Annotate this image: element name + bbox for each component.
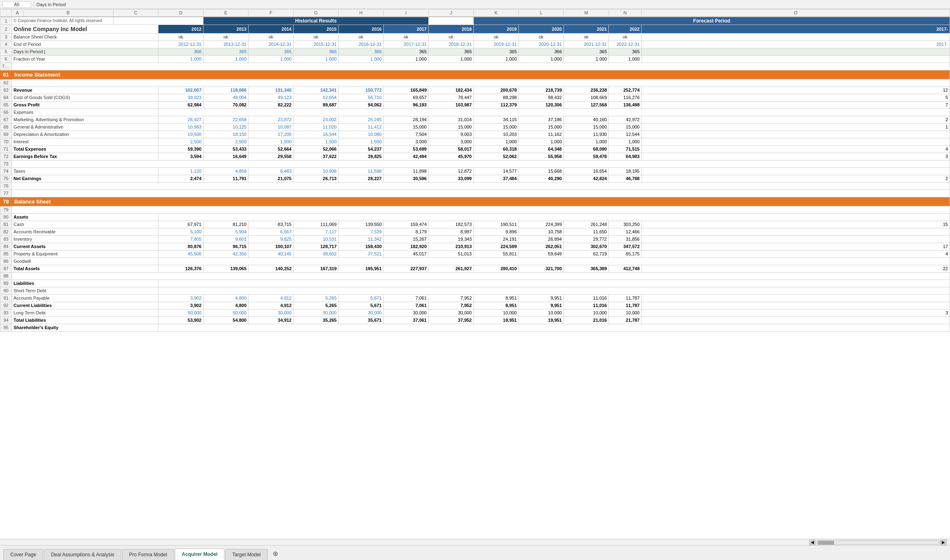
row-3: 3 Balance Sheet Check ok ok ok ok ok ok … — [0, 33, 950, 41]
ppe-label: Property & Equipment — [12, 250, 158, 257]
scroll-right-button[interactable]: ▶ — [940, 540, 947, 545]
income-statement-header: 61 Income Statement — [0, 70, 950, 79]
col-g-header: G — [294, 9, 339, 17]
da-label: Depreciation & Amortization — [12, 131, 158, 138]
row-68: 68 General & Administrative 10,963 10,12… — [0, 123, 950, 131]
assets-label: Assets — [12, 213, 158, 221]
horizontal-scrollbar[interactable] — [817, 540, 939, 545]
net-earnings-label: Net Earnings — [12, 175, 158, 182]
copyright-cell: © Corporate Finance Institute. All right… — [12, 17, 113, 25]
col-i-header: I — [384, 9, 429, 17]
ga-label: General & Administrative — [12, 123, 158, 131]
row-75: 75 Net Earnings 2,474 11,791 21,075 26,7… — [0, 175, 950, 182]
tab-target-model[interactable]: Target Model — [225, 549, 267, 560]
total-liab-label: Total Liabilities — [12, 316, 158, 324]
row-1: 1 © Corporate Finance Institute. All rig… — [0, 17, 950, 25]
col-o-header: O — [642, 9, 950, 17]
row-92: 92 Current Liabilities 3,902 4,800 4,912… — [0, 302, 950, 309]
col-k-header: K — [474, 9, 519, 17]
scroll-thumb[interactable] — [818, 541, 834, 545]
row-2-header: 2 — [0, 25, 12, 33]
row-88: 88 — [0, 272, 950, 280]
row-89: 89 Liabilities — [0, 280, 950, 287]
row-79: 79 — [0, 206, 950, 213]
row-82: 82 Accounts Receivable 5,100 5,904 6,567… — [0, 228, 950, 235]
add-sheet-button[interactable]: ⊕ — [269, 547, 282, 560]
row-69: 69 Depreciation & Amortization 19,500 18… — [0, 131, 950, 138]
tab-cover-page[interactable]: Cover Page — [3, 549, 43, 560]
balance-sheet-header: 78 Balance Sheet — [0, 197, 950, 206]
cash-label: Cash — [12, 221, 158, 228]
lt-debt-label: Long Term Debt — [12, 309, 158, 316]
year-2012: 2012 — [158, 25, 204, 33]
row-63: 63 Revenue 102,007 118,086 131,345 142,3… — [0, 86, 950, 94]
year-2013: 2013 — [204, 25, 249, 33]
row-93: 93 Long Term Debt 50,000 50,000 30,000 3… — [0, 309, 950, 316]
row-77: 77 — [0, 190, 950, 197]
revenue-label: Revenue — [12, 86, 158, 94]
row-74: 74 Taxes 1,120 4,858 8,483 10,908 11,598… — [0, 167, 950, 175]
col-j-header: J — [429, 9, 474, 17]
year-2014: 2014 — [249, 25, 294, 33]
taxes-label: Taxes — [12, 167, 158, 175]
total-expenses-label: Total Expenses — [12, 145, 158, 153]
income-statement-label: Income Statement — [12, 70, 950, 79]
row-2: 2 Online Company Inc Model 2012 2013 201… — [0, 25, 950, 33]
row-85: 85 Property & Equipment 45,500 42,350 40… — [0, 250, 950, 257]
shareholders-equity-label: Shareholder's Equity — [12, 324, 158, 331]
tab-bar: Cover Page Deal Assumptions & Analysis P… — [0, 545, 950, 560]
row-94: 94 Total Liabilities 53,902 54,800 34,91… — [0, 316, 950, 324]
year-2019: 2019 — [474, 25, 519, 33]
row-83: 83 Inventory 7,805 9,601 9,825 10,531 11… — [0, 235, 950, 243]
days-in-period-label: Days in Period [ — [12, 48, 158, 55]
forecast-period-header: Forecast Period — [474, 17, 950, 25]
end-of-period-label: End of Period — [12, 41, 158, 48]
row-1-header: 1 — [0, 17, 12, 25]
ebt-label: Earnings Before Tax — [12, 153, 158, 160]
col-l-header: L — [519, 9, 564, 17]
marketing-label: Marketing, Advertising & Promotion — [12, 116, 158, 123]
scroll-left-button[interactable]: ◀ — [809, 540, 816, 545]
col-b-header: B — [23, 9, 113, 17]
current-assets-label: Current Assets — [12, 243, 158, 250]
liabilities-label: Liabilities — [12, 280, 158, 287]
col-d-header: D — [158, 9, 204, 17]
st-debt-label: Short Term Debt — [12, 287, 158, 294]
interest-label: Interest — [12, 138, 158, 145]
scroll-bar-area[interactable]: ◀ ▶ — [0, 539, 950, 545]
inventory-label: Inventory — [12, 235, 158, 243]
year-2016: 2016 — [339, 25, 384, 33]
col-n-header: N — [609, 9, 642, 17]
row-84: 84 Current Assets 80,876 96,715 100,107 … — [0, 243, 950, 250]
row-67: 67 Marketing, Advertising & Promotion 26… — [0, 116, 950, 123]
row-70: 70 Interest 2,500 2,500 1,500 1,500 1,50… — [0, 138, 950, 145]
year-2021: 2021 — [564, 25, 609, 33]
tab-deal-assumptions[interactable]: Deal Assumptions & Analysis — [44, 549, 121, 560]
year-2015: 2015 — [294, 25, 339, 33]
row-86: 86 Goodwill — [0, 257, 950, 265]
row-66: 66 Expenses — [0, 108, 950, 116]
tab-pro-forma[interactable]: Pro Forma Model — [122, 549, 174, 560]
tab-acquirer-model[interactable]: Acquirer Model — [175, 549, 224, 560]
year-2022: 2022 — [609, 25, 642, 33]
row-80: 80 Assets — [0, 213, 950, 221]
goodwill-label: Goodwill — [12, 257, 158, 265]
year-2018: 2018 — [429, 25, 474, 33]
row-87: 87 Total Assets 126,376 139,065 140,252 … — [0, 265, 950, 272]
row-4: 4 End of Period 2012-12-31 2013-12-31 20… — [0, 41, 950, 48]
col-m-header: M — [564, 9, 609, 17]
balance-sheet-label: Balance Sheet — [12, 197, 950, 206]
col-a-header: A — [12, 9, 23, 17]
col-f-header: F — [249, 9, 294, 17]
current-liab-label: Current Liabilities — [12, 302, 158, 309]
balance-check-label: Balance Sheet Check — [12, 33, 158, 41]
rows-7-60: 7-60 — [0, 63, 950, 70]
gross-profit-label: Gross Profit — [12, 101, 158, 108]
row-65: 65 Gross Profit 62,984 70,082 82,222 89,… — [0, 101, 950, 108]
row-76: 76 — [0, 182, 950, 190]
year-2020: 2020 — [519, 25, 564, 33]
expenses-label: Expenses — [12, 108, 158, 116]
fraction-year-label: Fraction of Year — [12, 55, 158, 63]
row-6: 6 Fraction of Year 1.000 1.000 1.000 1.0… — [0, 55, 950, 63]
historical-results-header: Historical Results — [204, 17, 429, 25]
